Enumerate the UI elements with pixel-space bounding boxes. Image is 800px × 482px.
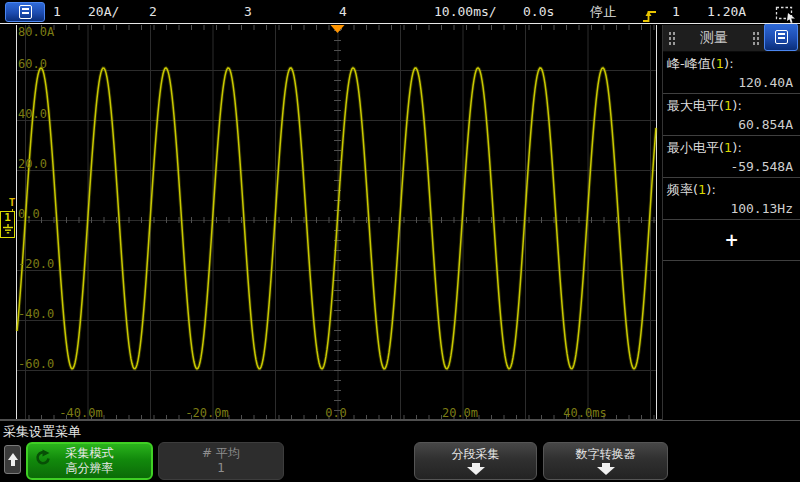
grip-dots-icon[interactable]	[668, 31, 676, 46]
measurement-row-vpp[interactable]: 峰-峰值(1): 120.40A	[663, 52, 800, 94]
measurement-value: 120.40A	[667, 75, 796, 90]
measurement-value: -59.548A	[667, 159, 796, 174]
y-axis-label: -20.0	[18, 258, 54, 270]
channel-2-badge[interactable]: 2	[149, 0, 157, 24]
softkey-digitizer[interactable]: 数字转换器	[543, 442, 668, 480]
cursor-select-icon[interactable]	[775, 3, 797, 27]
softkey-label: 数字转换器	[576, 447, 636, 462]
measurement-value: 60.854A	[667, 117, 796, 132]
down-arrow-icon	[467, 463, 485, 475]
trigger-source-badge[interactable]: 1	[672, 0, 680, 24]
up-arrow-icon	[8, 453, 18, 466]
softkey-label: 采集模式	[66, 446, 114, 461]
measurement-label: 峰-峰值(1):	[667, 56, 796, 71]
y-axis-label: 60.0	[18, 58, 47, 70]
x-axis-label: 40.0ms	[563, 407, 606, 419]
trigger-level-display[interactable]: 1.20A	[707, 0, 746, 24]
softkey-value: 高分辨率	[66, 461, 114, 476]
trigger-slope-icon[interactable]	[642, 4, 658, 28]
main-menu-button[interactable]	[5, 2, 45, 22]
delay-display[interactable]: 0.0s	[523, 0, 554, 24]
cycle-icon	[33, 449, 51, 471]
softkey-acq-mode[interactable]: 采集模式 高分辨率	[26, 442, 153, 480]
softkey-label: # 平均	[202, 446, 240, 461]
menu-back-button[interactable]	[4, 445, 21, 474]
run-state-display[interactable]: 停止	[590, 0, 616, 24]
channel-4-badge[interactable]: 4	[339, 0, 347, 24]
x-axis-label: 20.0m	[442, 407, 478, 419]
channel-1-badge[interactable]: 1	[53, 0, 61, 24]
menu-title: 采集设置菜单	[3, 423, 81, 441]
measurement-panel-header: 测量	[663, 25, 800, 52]
measurement-value: 100.13Hz	[667, 201, 796, 216]
timebase-display[interactable]: 10.00ms/	[434, 0, 497, 24]
measurement-panel: 测量 峰-峰值(1): 120.40A 最大电平(1): 60.854A 最小电…	[662, 25, 800, 420]
add-measurement-button[interactable]: +	[724, 230, 738, 250]
x-axis-label: -40.0m	[59, 407, 102, 419]
hamburger-menu-icon	[775, 30, 788, 44]
y-axis-label: 0.0	[18, 208, 40, 220]
channel-1-ground-marker[interactable]: 1	[0, 211, 15, 238]
ground-icon	[2, 224, 14, 234]
y-axis-label: 40.0	[18, 108, 47, 120]
grip-dots-icon[interactable]	[752, 31, 760, 46]
measurement-label: 最大电平(1):	[667, 98, 796, 113]
down-arrow-icon	[597, 463, 615, 475]
y-axis-label: -60.0	[18, 358, 54, 370]
measurement-label: 频率(1):	[667, 182, 796, 197]
softkey-menu-bar: 采集设置菜单 采集模式 高分辨率 # 平均 1 分段采集	[0, 420, 800, 482]
channel-1-scale[interactable]: 20A/	[88, 0, 119, 24]
hamburger-menu-icon	[19, 5, 32, 19]
y-axis-label: 80.0A	[18, 26, 54, 38]
measurement-panel-title: 测量	[676, 29, 752, 47]
x-axis-label: -20.0m	[185, 407, 228, 419]
measurement-menu-button[interactable]	[764, 23, 798, 51]
measurement-row-min[interactable]: 最小电平(1): -59.548A	[663, 136, 800, 178]
y-axis-label: -40.0	[18, 308, 54, 320]
measurement-row-max[interactable]: 最大电平(1): 60.854A	[663, 94, 800, 136]
channel-3-badge[interactable]: 3	[244, 0, 252, 24]
softkey-value: 1	[217, 461, 225, 476]
top-status-bar: 1 20A/ 2 3 4 10.00ms/ 0.0s 停止 1 1.20A	[0, 0, 800, 24]
x-axis-label: 0.0	[325, 407, 347, 419]
softkey-averaging[interactable]: # 平均 1	[158, 442, 284, 480]
measurement-row-freq[interactable]: 频率(1): 100.13Hz	[663, 178, 800, 220]
softkey-segmented-acq[interactable]: 分段采集	[414, 442, 537, 480]
softkey-label: 分段采集	[452, 447, 500, 462]
y-axis-label: 20.0	[18, 158, 47, 170]
add-measurement-row: +	[663, 220, 800, 261]
oscilloscope-screen: 1 20A/ 2 3 4 10.00ms/ 0.0s 停止 1 1.20A 80…	[0, 0, 800, 482]
measurement-label: 最小电平(1):	[667, 140, 796, 155]
